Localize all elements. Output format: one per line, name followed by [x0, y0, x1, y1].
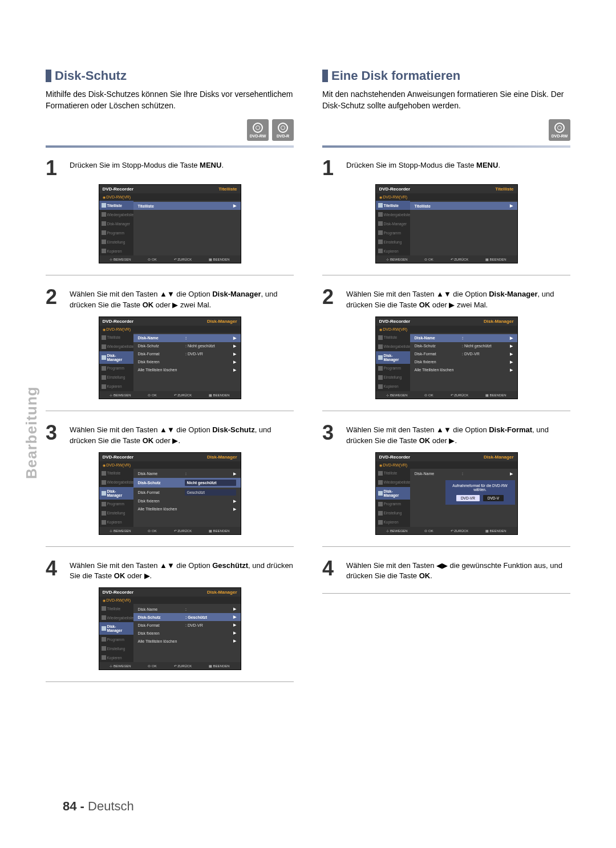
side-section-label: Bearbeitung	[23, 386, 40, 479]
step-2-text: Wählen Sie mit den Tasten ▲▼ die Option …	[70, 287, 294, 311]
intro-text: Mit den nachstehenden Anweisungen format…	[322, 89, 570, 111]
osd-screenshot: DVD-RecorderDisk-ManagerDVD-RW(VR)Titell…	[99, 452, 241, 535]
section-bar-icon	[46, 70, 51, 82]
step-number: 3	[322, 423, 338, 447]
step-number: 3	[46, 423, 62, 447]
osd-screenshot: DVD-RecorderDisk-ManagerDVD-RW(VR)Titell…	[375, 452, 518, 535]
disc-badge-dvd-r: DVD-R	[272, 119, 294, 141]
osd-screenshot: DVD-RecorderTitellisteDVD-RW(VR)Titellis…	[375, 184, 518, 263]
section-rule	[46, 145, 294, 148]
section-rule	[322, 145, 570, 148]
osd-screenshot: DVD-RecorderTitellisteDVD-RW(VR)Titellis…	[99, 184, 241, 263]
step-1-text: Drücken Sie im Stopp-Modus die Taste MEN…	[70, 158, 224, 178]
osd-screenshot: DVD-RecorderDisk-ManagerDVD-RW(VR)Titell…	[375, 317, 518, 399]
step-number: 2	[322, 287, 338, 311]
right-column: Eine Disk formatieren Mit den nachstehen…	[322, 68, 570, 693]
section-title-disk-schutz: Disk-Schutz	[55, 68, 127, 83]
step-3-text: Wählen Sie mit den Tasten ▲▼ die Option …	[70, 423, 294, 447]
step-4-text: Wählen Sie mit den Tasten ▲▼ die Option …	[70, 558, 294, 582]
disc-badge-dvd-rw: DVD-RW	[247, 119, 269, 141]
disc-badge-dvd-rw: DVD-RW	[549, 119, 570, 141]
step-number: 4	[322, 558, 338, 582]
section-bar-icon	[322, 70, 328, 82]
step-number: 2	[46, 287, 62, 311]
intro-text: Mithilfe des Disk-Schutzes können Sie Ih…	[46, 89, 294, 111]
step-1-text: Drücken Sie im Stopp-Modus die Taste MEN…	[346, 158, 500, 178]
step-number: 1	[46, 158, 62, 178]
page-footer: 84 - Deutsch	[63, 799, 134, 814]
section-title-format: Eine Disk formatieren	[331, 68, 460, 83]
step-4-text: Wählen Sie mit den Tasten ◀▶ die gewünsc…	[346, 558, 570, 582]
left-column: Disk-Schutz Mithilfe des Disk-Schutzes k…	[46, 68, 294, 693]
step-2-text: Wählen Sie mit den Tasten ▲▼ die Option …	[346, 287, 570, 311]
step-number: 4	[46, 558, 62, 582]
step-3-text: Wählen Sie mit den Tasten ▲▼ die Option …	[346, 423, 570, 447]
osd-screenshot: DVD-RecorderDisk-ManagerDVD-RW(VR)Titell…	[99, 317, 241, 399]
step-number: 1	[322, 158, 338, 178]
osd-screenshot: DVD-RecorderDisk-ManagerDVD-RW(VR)Titell…	[99, 587, 241, 670]
